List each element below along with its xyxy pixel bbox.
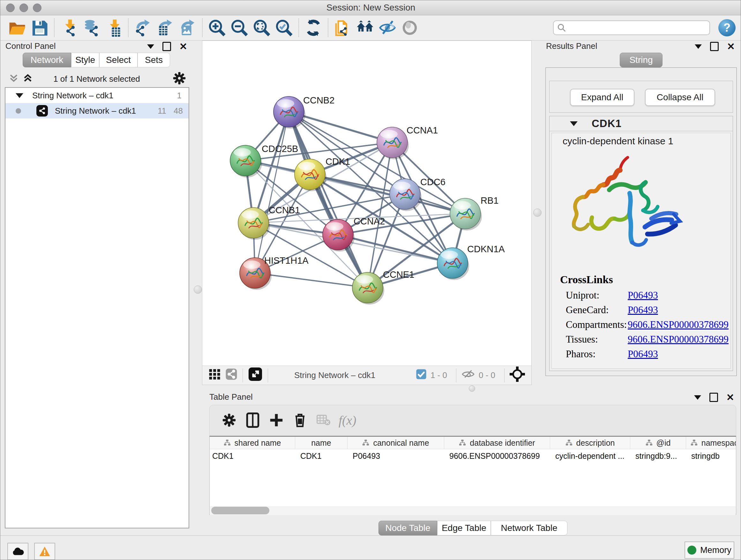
crosslink-link[interactable]: P06493 xyxy=(628,348,658,360)
network-row[interactable]: String Network – cdk1 11 48 xyxy=(5,103,189,118)
warning-status-button[interactable] xyxy=(34,543,55,560)
new-network-from-selection-button[interactable] xyxy=(332,17,354,38)
function-builder-icon[interactable]: f(x) xyxy=(339,413,356,428)
show-all-button[interactable] xyxy=(399,17,421,38)
entry-collapse-icon[interactable] xyxy=(570,121,578,126)
node-entry-header[interactable]: CDK1 xyxy=(549,116,733,131)
control-panel-close-icon[interactable]: ✕ xyxy=(179,43,187,50)
fit-selected-crosshair-icon[interactable] xyxy=(510,367,525,384)
control-panel-maximize-icon[interactable] xyxy=(162,42,171,51)
table-panel-collapse-icon[interactable] xyxy=(694,395,701,400)
network-canvas[interactable]: CCNB2CCNA1CDC25BCDK1CDC6RB1CCNB1CCNA2CDK… xyxy=(202,41,531,366)
save-session-button[interactable] xyxy=(28,17,51,38)
network-node-CCNE1[interactable] xyxy=(352,272,384,305)
network-list: String Network – cdk1 1 String Network –… xyxy=(5,87,189,528)
crosslink-link[interactable]: P06493 xyxy=(628,304,658,316)
create-column-plus-icon[interactable] xyxy=(265,411,288,430)
table-row[interactable]: CDK1CDK1P064939606.ENSP00000378699cyclin… xyxy=(210,449,736,462)
right-splitter-handle[interactable] xyxy=(533,208,542,217)
column-header--id[interactable]: @id xyxy=(630,437,686,449)
hidden-eye-icon[interactable] xyxy=(461,369,475,382)
table-options-gear-icon[interactable] xyxy=(217,411,241,430)
zoom-in-button[interactable] xyxy=(206,17,228,38)
export-network-button[interactable] xyxy=(132,17,154,38)
tab-select[interactable]: Select xyxy=(99,53,138,67)
open-session-button[interactable] xyxy=(6,17,28,38)
network-edge-CCNB2-HIST1H1A[interactable] xyxy=(255,112,289,273)
results-panel-collapse-icon[interactable] xyxy=(695,44,702,49)
birds-eye-view-button[interactable] xyxy=(248,367,263,384)
hide-selected-button[interactable] xyxy=(376,17,399,38)
network-collection-row[interactable]: String Network – cdk1 1 xyxy=(5,88,189,103)
search-box[interactable] xyxy=(553,20,710,35)
crosslink-label: Compartments: xyxy=(566,319,627,330)
tab-string[interactable]: String xyxy=(620,53,663,67)
memory-button[interactable]: Memory xyxy=(684,542,734,559)
export-network-icon xyxy=(134,19,152,37)
tab-network[interactable]: Network xyxy=(23,53,71,67)
delete-column-trash-icon[interactable] xyxy=(288,411,312,430)
first-neighbors-button[interactable] xyxy=(354,17,376,38)
import-table-file-button[interactable] xyxy=(103,17,125,38)
column-header-database-identifier[interactable]: database identifier xyxy=(444,437,550,449)
table-cell: 9606.ENSP00000378699 xyxy=(444,449,550,462)
table-horizontal-scrollbar[interactable] xyxy=(210,506,736,515)
selected-nodes-checkbox[interactable] xyxy=(416,369,427,382)
results-panel-close-icon[interactable]: ✕ xyxy=(727,43,735,50)
tab-style[interactable]: Style xyxy=(71,53,99,67)
crosslink-link[interactable]: P06493 xyxy=(628,290,658,301)
expand-all-button[interactable]: Expand All xyxy=(570,89,634,106)
network-share-icon[interactable] xyxy=(225,368,238,382)
show-columns-icon[interactable] xyxy=(241,411,265,430)
network-node-CDK1[interactable] xyxy=(294,159,327,191)
column-header-namespac[interactable]: namespac xyxy=(686,437,736,449)
results-panel-maximize-icon[interactable] xyxy=(710,42,719,51)
column-header-shared-name[interactable]: shared name xyxy=(210,437,295,449)
node-table[interactable]: shared namenamecanonical namedatabase id… xyxy=(209,436,736,515)
network-node-CCNA1[interactable] xyxy=(377,127,409,159)
export-table-button[interactable] xyxy=(154,17,177,38)
column-header-description[interactable]: description xyxy=(550,437,630,449)
tab-edge-table[interactable]: Edge Table xyxy=(437,521,491,536)
tab-node-table[interactable]: Node Table xyxy=(379,521,437,536)
collection-expand-icon[interactable] xyxy=(16,93,23,98)
network-node-RB1[interactable] xyxy=(450,198,482,231)
network-node-CDC6[interactable] xyxy=(390,179,421,211)
export-image-button[interactable] xyxy=(177,17,199,38)
scrollbar-thumb[interactable] xyxy=(211,507,269,514)
gene-name: CDK1 xyxy=(592,118,622,130)
delete-table-icon[interactable] xyxy=(312,411,335,430)
control-panel-collapse-icon[interactable] xyxy=(147,44,154,49)
tab-sets[interactable]: Sets xyxy=(138,53,170,67)
collection-count: 1 xyxy=(177,91,182,101)
collapse-all-button[interactable]: Collapse All xyxy=(645,89,715,106)
grid-view-icon[interactable] xyxy=(209,368,221,382)
left-splitter-handle[interactable] xyxy=(194,286,202,294)
apply-preferred-layout-button[interactable] xyxy=(302,17,325,38)
zoom-selected-button[interactable] xyxy=(273,17,295,38)
export-table-icon xyxy=(156,19,174,37)
column-header-name[interactable]: name xyxy=(295,437,347,449)
zoom-out-button[interactable] xyxy=(228,17,251,38)
crosslink-link[interactable]: 9606.ENSP00000378699 xyxy=(628,319,729,330)
help-button[interactable]: ? xyxy=(718,19,736,37)
network-selection-status: 1 of 1 Network selected xyxy=(2,74,191,84)
tab-network-table[interactable]: Network Table xyxy=(491,521,567,536)
column-header-canonical-name[interactable]: canonical name xyxy=(347,437,444,449)
network-node-CDC25B[interactable] xyxy=(230,145,262,178)
table-panel-close-icon[interactable]: ✕ xyxy=(726,394,734,401)
zoom-fit-button[interactable] xyxy=(251,17,273,38)
cloud-status-button[interactable] xyxy=(7,543,28,560)
window-title: Session: New Session xyxy=(0,3,741,13)
import-network-file-button[interactable] xyxy=(58,17,80,38)
network-node-CDKN1A[interactable] xyxy=(437,248,469,280)
network-edge-HIST1H1A-CCNE1[interactable] xyxy=(255,273,367,288)
results-panel-title: Results Panel xyxy=(546,41,597,51)
crosslink-link[interactable]: 9606.ENSP00000378699 xyxy=(628,334,729,345)
search-input[interactable] xyxy=(566,23,702,33)
table-panel-maximize-icon[interactable] xyxy=(710,393,718,402)
network-options-gear-icon[interactable] xyxy=(173,71,186,86)
bottom-splitter-handle[interactable] xyxy=(469,385,475,392)
import-network-database-button[interactable] xyxy=(80,17,103,38)
network-node-CCNA2[interactable] xyxy=(323,219,354,252)
